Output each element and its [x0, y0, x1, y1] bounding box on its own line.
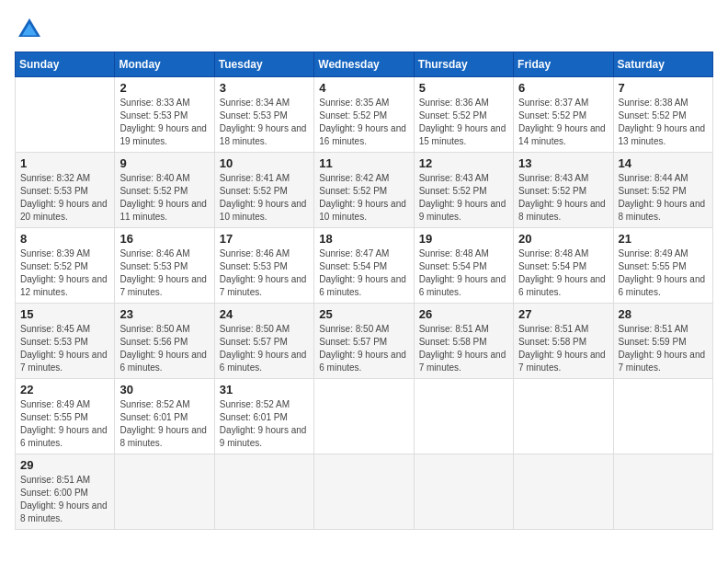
day-info: Sunrise: 8:39 AM Sunset: 5:52 PM Dayligh…	[20, 247, 109, 299]
sunrise-label: Sunrise: 8:48 AM	[518, 248, 588, 259]
calendar-week-row: 8 Sunrise: 8:39 AM Sunset: 5:52 PM Dayli…	[16, 228, 713, 304]
daylight-label: Daylight: 9 hours and 6 minutes.	[20, 425, 108, 448]
calendar-cell: 11 Sunrise: 8:42 AM Sunset: 5:52 PM Dayl…	[314, 153, 414, 228]
daylight-label: Daylight: 9 hours and 8 minutes.	[119, 425, 207, 448]
sunset-label: Sunset: 5:53 PM	[20, 337, 88, 347]
day-number: 1	[20, 156, 109, 170]
sunset-label: Sunset: 5:57 PM	[319, 337, 387, 347]
daylight-label: Daylight: 9 hours and 6 minutes.	[419, 274, 506, 297]
day-info: Sunrise: 8:43 AM Sunset: 5:52 PM Dayligh…	[518, 172, 608, 224]
day-info: Sunrise: 8:45 AM Sunset: 5:53 PM Dayligh…	[20, 323, 109, 374]
calendar-day-header: Wednesday	[314, 52, 414, 77]
calendar-cell: 19 Sunrise: 8:48 AM Sunset: 5:54 PM Dayl…	[414, 228, 513, 304]
sunset-label: Sunset: 5:52 PM	[419, 110, 487, 121]
calendar-week-row: 1 Sunrise: 8:32 AM Sunset: 5:53 PM Dayli…	[16, 153, 713, 228]
day-number: 15	[20, 307, 109, 321]
sunset-label: Sunset: 5:54 PM	[518, 261, 586, 271]
day-number: 12	[419, 156, 508, 170]
day-info: Sunrise: 8:49 AM Sunset: 5:55 PM Dayligh…	[619, 247, 708, 299]
daylight-label: Daylight: 9 hours and 13 minutes.	[619, 123, 706, 146]
sunset-label: Sunset: 5:56 PM	[119, 337, 188, 347]
day-number: 5	[419, 81, 508, 95]
sunrise-label: Sunrise: 8:43 AM	[518, 173, 588, 183]
calendar-cell: 29 Sunrise: 8:51 AM Sunset: 6:00 PM Dayl…	[16, 454, 115, 530]
day-number: 27	[518, 307, 608, 321]
calendar-cell	[414, 454, 513, 530]
sunset-label: Sunset: 5:52 PM	[319, 186, 387, 196]
sunset-label: Sunset: 5:52 PM	[119, 186, 188, 196]
sunrise-label: Sunrise: 8:36 AM	[419, 98, 489, 108]
day-number: 11	[319, 156, 408, 170]
day-info: Sunrise: 8:43 AM Sunset: 5:52 PM Dayligh…	[419, 172, 508, 224]
sunrise-label: Sunrise: 8:38 AM	[619, 98, 688, 108]
calendar-cell: 13 Sunrise: 8:43 AM Sunset: 5:52 PM Dayl…	[514, 153, 613, 228]
calendar-cell: 27 Sunrise: 8:51 AM Sunset: 5:58 PM Dayl…	[514, 304, 613, 379]
calendar-cell	[613, 454, 712, 530]
sunrise-label: Sunrise: 8:33 AM	[119, 98, 189, 108]
sunset-label: Sunset: 5:55 PM	[619, 261, 687, 271]
sunset-label: Sunset: 5:53 PM	[119, 110, 188, 121]
day-info: Sunrise: 8:51 AM Sunset: 5:58 PM Dayligh…	[518, 323, 608, 374]
sunrise-label: Sunrise: 8:40 AM	[119, 173, 189, 183]
day-number: 14	[619, 156, 708, 170]
sunset-label: Sunset: 5:52 PM	[20, 261, 88, 271]
daylight-label: Daylight: 9 hours and 20 minutes.	[20, 199, 108, 222]
daylight-label: Daylight: 9 hours and 9 minutes.	[419, 199, 506, 222]
sunset-label: Sunset: 5:53 PM	[119, 261, 188, 271]
calendar-cell: 9 Sunrise: 8:40 AM Sunset: 5:52 PM Dayli…	[115, 153, 214, 228]
sunset-label: Sunset: 5:58 PM	[419, 337, 487, 347]
calendar-day-header: Friday	[514, 52, 613, 77]
calendar-cell: 20 Sunrise: 8:48 AM Sunset: 5:54 PM Dayl…	[514, 228, 613, 304]
sunrise-label: Sunrise: 8:52 AM	[119, 399, 189, 409]
day-number: 26	[419, 307, 508, 321]
daylight-label: Daylight: 9 hours and 7 minutes.	[419, 350, 506, 373]
daylight-label: Daylight: 9 hours and 6 minutes.	[220, 350, 307, 373]
calendar-cell: 10 Sunrise: 8:41 AM Sunset: 5:52 PM Dayl…	[214, 153, 313, 228]
sunset-label: Sunset: 6:00 PM	[20, 488, 88, 498]
sunrise-label: Sunrise: 8:51 AM	[518, 324, 588, 334]
sunrise-label: Sunrise: 8:45 AM	[20, 324, 90, 334]
calendar-cell: 18 Sunrise: 8:47 AM Sunset: 5:54 PM Dayl…	[314, 228, 414, 304]
sunset-label: Sunset: 5:52 PM	[619, 110, 687, 121]
day-number: 4	[319, 81, 408, 95]
day-info: Sunrise: 8:41 AM Sunset: 5:52 PM Dayligh…	[220, 172, 309, 224]
day-number: 8	[20, 232, 109, 246]
calendar-cell: 3 Sunrise: 8:34 AM Sunset: 5:53 PM Dayli…	[214, 77, 313, 153]
day-number: 18	[319, 232, 408, 246]
calendar-day-header: Saturday	[613, 52, 712, 77]
daylight-label: Daylight: 9 hours and 6 minutes.	[619, 274, 706, 297]
day-number: 2	[119, 81, 209, 95]
sunrise-label: Sunrise: 8:46 AM	[220, 248, 290, 259]
daylight-label: Daylight: 9 hours and 10 minutes.	[220, 199, 307, 222]
sunset-label: Sunset: 5:55 PM	[20, 412, 88, 422]
day-number: 19	[419, 232, 508, 246]
sunrise-label: Sunrise: 8:46 AM	[119, 248, 189, 259]
day-number: 24	[220, 307, 309, 321]
sunrise-label: Sunrise: 8:47 AM	[319, 248, 389, 259]
daylight-label: Daylight: 9 hours and 6 minutes.	[319, 350, 406, 373]
day-info: Sunrise: 8:37 AM Sunset: 5:52 PM Dayligh…	[518, 97, 608, 148]
day-info: Sunrise: 8:50 AM Sunset: 5:57 PM Dayligh…	[319, 323, 408, 374]
day-number: 29	[20, 458, 109, 472]
calendar-cell: 21 Sunrise: 8:49 AM Sunset: 5:55 PM Dayl…	[613, 228, 712, 304]
daylight-label: Daylight: 9 hours and 8 minutes.	[518, 199, 606, 222]
day-number: 28	[619, 307, 708, 321]
sunset-label: Sunset: 5:59 PM	[619, 337, 687, 347]
sunset-label: Sunset: 5:54 PM	[319, 261, 387, 271]
day-number: 23	[119, 307, 209, 321]
day-info: Sunrise: 8:32 AM Sunset: 5:53 PM Dayligh…	[20, 172, 109, 224]
calendar-cell: 6 Sunrise: 8:37 AM Sunset: 5:52 PM Dayli…	[514, 77, 613, 153]
day-info: Sunrise: 8:46 AM Sunset: 5:53 PM Dayligh…	[220, 247, 309, 299]
day-info: Sunrise: 8:52 AM Sunset: 6:01 PM Dayligh…	[220, 398, 309, 450]
day-info: Sunrise: 8:48 AM Sunset: 5:54 PM Dayligh…	[419, 247, 508, 299]
calendar-cell: 15 Sunrise: 8:45 AM Sunset: 5:53 PM Dayl…	[16, 304, 115, 379]
sunrise-label: Sunrise: 8:50 AM	[220, 324, 290, 334]
sunrise-label: Sunrise: 8:43 AM	[419, 173, 489, 183]
day-info: Sunrise: 8:52 AM Sunset: 6:01 PM Dayligh…	[119, 398, 209, 450]
daylight-label: Daylight: 9 hours and 8 minutes.	[20, 500, 108, 523]
sunset-label: Sunset: 5:57 PM	[220, 337, 288, 347]
day-info: Sunrise: 8:46 AM Sunset: 5:53 PM Dayligh…	[119, 247, 209, 299]
day-info: Sunrise: 8:40 AM Sunset: 5:52 PM Dayligh…	[119, 172, 209, 224]
calendar-cell: 14 Sunrise: 8:44 AM Sunset: 5:52 PM Dayl…	[613, 153, 712, 228]
day-info: Sunrise: 8:51 AM Sunset: 5:58 PM Dayligh…	[419, 323, 508, 374]
